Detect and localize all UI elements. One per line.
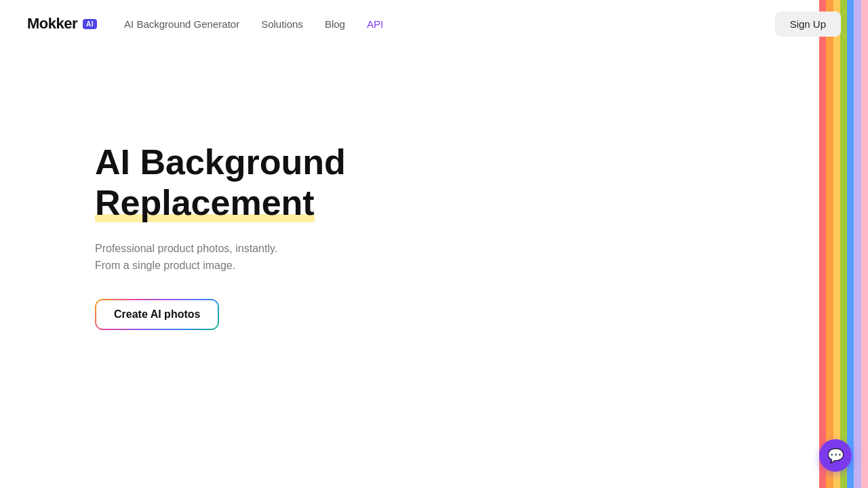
nav-links: AI Background Generator Solutions Blog A…	[124, 18, 775, 30]
rainbow-stripe-segment	[826, 0, 833, 488]
nav-right: Sign Up	[775, 12, 841, 37]
hero-subtitle: Professional product photos, instantly. …	[95, 240, 312, 274]
rainbow-stripe-segment	[819, 0, 826, 488]
cta-button-wrapper[interactable]: Create AI photos	[95, 299, 219, 330]
hero-subtitle-line2: From a single product image.	[95, 260, 235, 271]
chat-button[interactable]: 💬	[819, 439, 852, 472]
logo-badge: AI	[83, 19, 97, 29]
rainbow-stripe-segment	[847, 0, 854, 488]
rainbow-stripe-segment	[840, 0, 847, 488]
rainbow-stripe	[819, 0, 868, 488]
hero-subtitle-line1: Professional product photos, instantly.	[95, 243, 277, 254]
hero-title-line2: Replacement	[95, 183, 315, 224]
main-content: AI Background Replacement Professional p…	[0, 47, 868, 330]
logo-text: Mokker	[27, 15, 77, 33]
navbar: Mokker AI AI Background Generator Soluti…	[0, 0, 868, 47]
nav-link-api[interactable]: API	[367, 18, 383, 30]
rainbow-stripe-segment	[861, 0, 868, 488]
rainbow-stripe-segment	[854, 0, 861, 488]
hero-title-line1: AI Background	[95, 142, 346, 182]
nav-link-ai-background[interactable]: AI Background Generator	[124, 18, 239, 30]
logo[interactable]: Mokker AI	[27, 15, 97, 33]
hero-title: AI Background Replacement	[95, 142, 868, 224]
signup-button[interactable]: Sign Up	[775, 12, 841, 37]
chat-icon: 💬	[827, 447, 844, 464]
nav-link-solutions[interactable]: Solutions	[261, 18, 303, 30]
rainbow-stripe-segment	[833, 0, 840, 488]
nav-link-blog[interactable]: Blog	[325, 18, 345, 30]
cta-button[interactable]: Create AI photos	[96, 300, 218, 329]
